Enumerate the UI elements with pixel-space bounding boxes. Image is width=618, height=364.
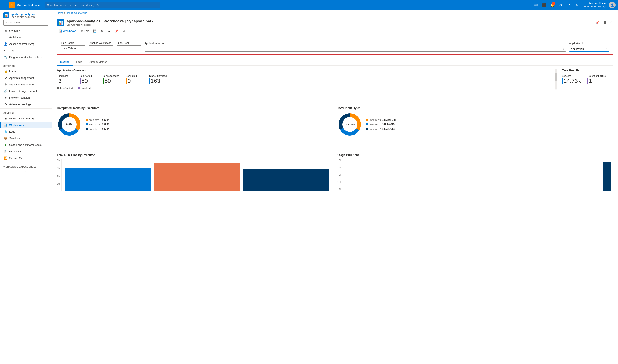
refresh-button[interactable]: ↻ [99,28,105,34]
notifications-icon[interactable]: 🔔 7 [549,1,556,9]
sidebar-search-input[interactable] [3,20,48,26]
stat-jobfailed: JobFailed 0 [126,75,142,84]
sidebar-item-activity-log[interactable]: ≡ Activity log [0,34,52,40]
y-label-2hr: 2hr [57,183,60,185]
cloud-shell-icon[interactable]: ⌨ [532,1,540,9]
pin-toolbar-button[interactable]: 📌 [113,28,120,34]
hamburger-icon[interactable]: ☰ [2,3,6,7]
stage-y-label-3hr: 3hr [339,159,342,161]
sidebar-scroll-down[interactable]: ▼ [0,169,52,173]
sidebar-item-solutions[interactable]: 📦 Solutions [0,135,52,142]
tab-custom-metrics[interactable]: Custom Metrics [85,59,110,65]
sidebar-item-overview[interactable]: ⊞ Overview [0,27,52,34]
application-name-info-icon[interactable]: ⓘ [165,42,167,45]
logo-icon: 🔶 [9,2,15,8]
legend-color-orange2 [366,119,368,121]
logs-icon: 💧 [4,130,7,133]
synapse-workspace-group: Synapse Workspace ▾ [89,42,113,51]
sidebar-item-workbooks[interactable]: 📊 Workbooks [0,122,52,128]
workbooks-icon: 📊 [4,123,7,127]
stat-jobstarted: JobStarted 50 [80,75,96,84]
sidebar-resource-subtitle: Log Analytics workspace [11,16,45,18]
chevron-down-icon2: ▾ [110,47,111,50]
sidebar-item-advanced-settings[interactable]: ⚙ Advanced settings [0,101,52,107]
application-id-input-container: ▾ [569,46,609,52]
help-icon[interactable]: ? [565,1,573,9]
spark-pool-select[interactable]: ▾ [116,45,141,51]
print-icon[interactable]: 🖨 [602,20,607,25]
sidebar-item-agents-config[interactable]: ⚙ Agents configuration [0,81,52,88]
time-range-select[interactable]: Last 7 days ▾ [61,45,85,51]
sidebar-item-label: Linked storage accounts [9,90,38,93]
advanced-settings-icon: ⚙ [4,103,7,106]
stat-jobsucceeded-bar [103,78,104,84]
sidebar-item-label: Access control (IAM) [9,42,34,46]
feedback-toolbar-icon: ☺ [123,29,126,33]
sidebar-item-iam[interactable]: 👤 Access control (IAM) [0,40,52,47]
app-overview-stats: Executors 3 JobStarted [57,75,549,84]
properties-icon: 📋 [4,150,7,153]
linked-storage-icon: 🔗 [4,89,7,93]
synapse-workspace-select[interactable]: ▾ [89,45,113,51]
sidebar-item-properties[interactable]: 📋 Properties [0,148,52,155]
sidebar-item-agents-mgmt[interactable]: ⚙ Agents management [0,75,52,81]
stage-durations-title: Stage Durations [337,154,613,157]
tab-logs[interactable]: Logs [73,59,85,65]
legend-executor1-value: 2.92 M [102,123,109,126]
y-label-4hr: 4hr [57,175,60,177]
application-id-input[interactable] [571,47,606,51]
breadcrumb-home[interactable]: Home [57,12,64,14]
synapse-workspace-label: Synapse Workspace [89,42,113,44]
svg-text:📊: 📊 [58,20,63,25]
workbooks-button[interactable]: 📊 Workbooks [57,28,78,34]
sidebar-item-network-isolation[interactable]: ◈ Network Isolation [0,94,52,101]
cloud-button[interactable]: ☁ [106,28,113,34]
application-id-info-icon[interactable]: ⓘ [585,42,587,45]
pin-toolbar-icon: 📌 [115,29,118,33]
tab-metrics[interactable]: Metrics [57,59,73,65]
stat-success-value: 14.73 K [562,78,581,84]
stage-grid-1 [344,159,613,159]
stage-grid-3 [344,175,613,175]
edit-button[interactable]: ✏ Edit [79,28,91,34]
sidebar-item-diagnose[interactable]: 🔧 Diagnose and solve problems [0,54,52,60]
legend-executor2-input-label: executor=2 [370,128,381,130]
resource-icon-large: 📊 [57,19,64,26]
feedback-icon[interactable]: ☺ [574,1,581,9]
save-button[interactable]: 💾 [91,28,99,34]
sidebar-item-locks[interactable]: 🔒 Locks [0,68,52,75]
sidebar-collapse-button[interactable]: « [47,13,48,17]
stat-executors: Executors 3 [57,75,73,84]
stage-chart-area [344,159,613,191]
scroll-thumb[interactable] [555,73,557,81]
sidebar-item-linked-storage[interactable]: 🔗 Linked storage accounts [0,88,52,94]
sidebar-item-workspace-summary[interactable]: ⊞ Workspace summary [0,115,52,122]
search-bar [45,2,160,8]
sidebar-item-label: Properties [9,150,21,153]
breadcrumb-resource[interactable]: spark-log-analytics [66,12,87,14]
resource-header-top: 📊 spark-log-analytics | Workbooks | Syna… [57,16,613,27]
task-results-stats: Success 14.73 K ExceptionFailure [562,75,613,84]
total-input-center-label: 423.7GiB [345,123,355,126]
user-menu[interactable]: Account Name Azure Active Directory 👤 [582,2,616,8]
sidebar-item-service-map[interactable]: 🔀 Service Map [0,155,52,161]
sidebar-item-label: Workspace summary [9,117,34,120]
sidebar-item-usage-costs[interactable]: ● Usage and estimated costs [0,142,52,148]
sidebar-item-tags[interactable]: 🏷 Tags [0,47,52,54]
time-range-label: Time Range [61,42,85,44]
close-icon[interactable]: ✕ [609,20,613,25]
directory-icon[interactable]: ⬛ [541,1,548,9]
resource-subtitle: Log Analytics workspace [67,24,154,26]
avatar: 👤 [609,2,616,8]
application-name-select[interactable]: ▾ [145,46,566,52]
pin-icon[interactable]: 📌 [595,20,601,25]
general-section-label: General [0,109,52,115]
search-input[interactable] [45,2,160,8]
iam-icon: 👤 [4,42,7,46]
feedback-toolbar-button[interactable]: ☺ [121,28,128,34]
settings-icon[interactable]: ⚙ [557,1,565,9]
total-input-section: Total Input Bytes 423.7GiB [337,106,613,137]
legend-executor2-label: executor=2 [89,128,100,130]
sidebar-item-logs[interactable]: 💧 Logs [0,128,52,135]
completed-tasks-legend: executor=3 2.97 M executor=1 2.92 M [86,118,109,130]
